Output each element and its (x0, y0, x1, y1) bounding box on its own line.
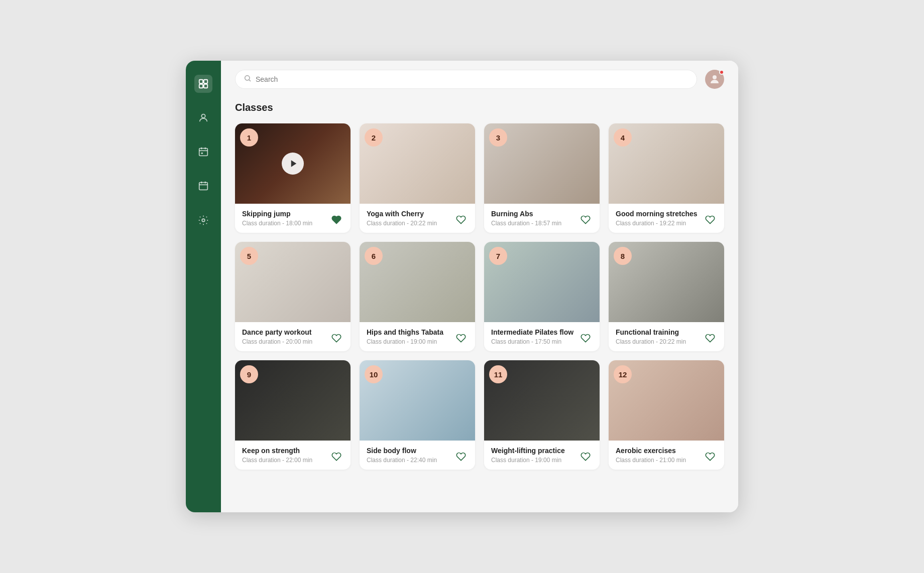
class-title: Skipping jump (242, 210, 329, 218)
class-card: 2 Yoga with Cherry Class duration - 20:2… (360, 123, 475, 233)
svg-rect-2 (199, 84, 203, 88)
class-number: 5 (240, 247, 258, 265)
card-info: Dance party workout Class duration - 20:… (242, 328, 329, 345)
card-body: Weight-lifting practice Class duration -… (484, 441, 600, 470)
class-card: 12 Aerobic exercises Class duration - 21… (609, 360, 724, 470)
search-input[interactable] (256, 75, 688, 83)
app-window: Classes 1 Skipping jump Class duration -… (186, 61, 738, 512)
favorite-button[interactable] (454, 331, 468, 345)
favorite-button[interactable] (329, 450, 343, 464)
favorite-button[interactable] (703, 213, 717, 227)
svg-point-10 (713, 75, 717, 79)
sidebar-item-dashboard[interactable] (194, 75, 212, 93)
card-body: Aerobic exercises Class duration - 21:00… (609, 441, 724, 470)
svg-marker-11 (291, 160, 296, 167)
card-info: Weight-lifting practice Class duration -… (491, 447, 579, 464)
class-number: 10 (365, 365, 383, 383)
class-number: 1 (240, 128, 258, 147)
card-body: Good morning stretches Class duration - … (609, 204, 724, 233)
class-duration: Class duration - 20:22 min (616, 338, 703, 345)
class-card: 9 Keep on strength Class duration - 22:0… (235, 360, 351, 470)
card-body: Intermediate Pilates flow Class duration… (484, 322, 600, 351)
class-card: 5 Dance party workout Class duration - 2… (235, 242, 351, 351)
card-info: Keep on strength Class duration - 22:00 … (242, 447, 329, 464)
class-number: 7 (489, 247, 507, 265)
card-info: Skipping jump Class duration - 18:00 min (242, 210, 329, 227)
card-image: 3 (484, 123, 600, 204)
class-duration: Class duration - 22:00 min (242, 457, 329, 464)
favorite-button[interactable] (579, 450, 593, 464)
card-image: 12 (609, 360, 724, 441)
favorite-button[interactable] (329, 331, 343, 345)
class-duration: Class duration - 20:00 min (242, 338, 329, 345)
class-title: Hips and thighs Tabata (367, 328, 454, 336)
card-image: 6 (360, 242, 475, 322)
class-duration: Class duration - 17:50 min (491, 338, 579, 345)
card-image: 4 (609, 123, 724, 204)
class-number: 9 (240, 365, 258, 383)
card-info: Hips and thighs Tabata Class duration - … (367, 328, 454, 345)
class-number: 2 (365, 128, 383, 147)
card-image: 2 (360, 123, 475, 204)
card-image: 10 (360, 360, 475, 441)
class-duration: Class duration - 20:22 min (367, 220, 454, 227)
card-info: Side body flow Class duration - 22:40 mi… (367, 447, 454, 464)
play-button[interactable] (282, 153, 304, 175)
class-card: 8 Functional training Class duration - 2… (609, 242, 724, 351)
page-content: Classes 1 Skipping jump Class duration -… (221, 98, 738, 512)
class-card: 11 Weight-lifting practice Class duratio… (484, 360, 600, 470)
search-icon (244, 74, 252, 84)
class-duration: Class duration - 21:00 min (616, 457, 703, 464)
class-title: Side body flow (367, 447, 454, 455)
class-title: Dance party workout (242, 328, 329, 336)
class-duration: Class duration - 18:00 min (242, 220, 329, 227)
favorite-button[interactable] (579, 331, 593, 345)
card-image: 9 (235, 360, 351, 441)
class-title: Yoga with Cherry (367, 210, 454, 218)
card-body: Skipping jump Class duration - 18:00 min (235, 204, 351, 233)
class-duration: Class duration - 19:22 min (616, 220, 703, 227)
class-number: 8 (614, 247, 632, 265)
card-body: Functional training Class duration - 20:… (609, 322, 724, 351)
class-title: Keep on strength (242, 447, 329, 455)
class-card: 3 Burning Abs Class duration - 18:57 min (484, 123, 600, 233)
page-title: Classes (235, 102, 724, 113)
favorite-button[interactable] (579, 213, 593, 227)
sidebar-item-profile[interactable] (194, 109, 212, 127)
card-info: Good morning stretches Class duration - … (616, 210, 703, 227)
favorite-button[interactable] (454, 450, 468, 464)
avatar-wrap[interactable] (705, 70, 724, 89)
svg-point-9 (245, 76, 250, 80)
svg-rect-7 (199, 183, 208, 190)
class-duration: Class duration - 19:00 min (491, 457, 579, 464)
card-info: Burning Abs Class duration - 18:57 min (491, 210, 579, 227)
svg-point-8 (202, 219, 205, 222)
svg-point-4 (201, 114, 205, 118)
class-number: 3 (489, 128, 507, 147)
sidebar-item-schedule[interactable] (194, 177, 212, 195)
class-number: 6 (365, 247, 383, 265)
card-info: Intermediate Pilates flow Class duration… (491, 328, 579, 345)
class-duration: Class duration - 19:00 min (367, 338, 454, 345)
svg-rect-5 (199, 149, 208, 156)
class-card: 7 Intermediate Pilates flow Class durati… (484, 242, 600, 351)
favorite-button[interactable] (703, 450, 717, 464)
class-duration: Class duration - 22:40 min (367, 457, 454, 464)
card-info: Functional training Class duration - 20:… (616, 328, 703, 345)
card-body: Side body flow Class duration - 22:40 mi… (360, 441, 475, 470)
class-number: 11 (489, 365, 507, 383)
favorite-button[interactable] (329, 213, 343, 227)
sidebar-item-classes[interactable] (194, 143, 212, 161)
card-image: 1 (235, 123, 351, 204)
classes-grid: 1 Skipping jump Class duration - 18:00 m… (235, 123, 724, 470)
class-title: Functional training (616, 328, 703, 336)
favorite-button[interactable] (703, 331, 717, 345)
class-card: 1 Skipping jump Class duration - 18:00 m… (235, 123, 351, 233)
class-title: Good morning stretches (616, 210, 703, 218)
class-number: 12 (614, 365, 632, 383)
favorite-button[interactable] (454, 213, 468, 227)
svg-rect-3 (204, 84, 207, 88)
svg-rect-6 (201, 153, 203, 154)
sidebar-item-settings[interactable] (194, 211, 212, 229)
card-body: Yoga with Cherry Class duration - 20:22 … (360, 204, 475, 233)
